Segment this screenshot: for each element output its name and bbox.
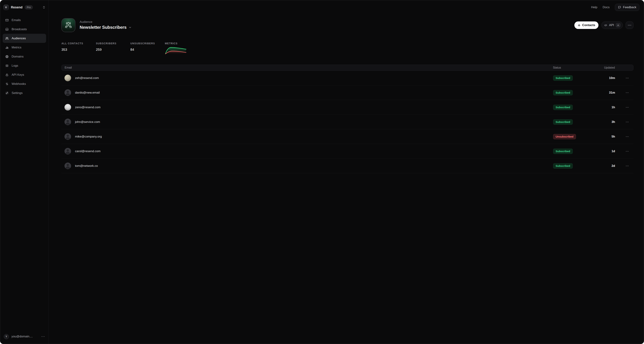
table-row[interactable]: tom@network.co Subscribed 2d [62, 158, 322, 172]
brand-name: Resend [11, 6, 22, 9]
stat-label: SUBSCRIBERS [96, 42, 130, 45]
audience-icon [62, 18, 75, 32]
contact-email: danilo@new.email [75, 91, 100, 94]
resend-logo-icon: R [4, 5, 9, 10]
arrows-up-down-icon [5, 82, 9, 86]
sidebar-item-label: Metrics [12, 46, 22, 49]
sidebar-nav: Emails Broadcasts Audiences Metrics Doma… [0, 10, 48, 98]
sidebar-item-label: Logs [12, 64, 18, 68]
contact-avatar [64, 89, 71, 96]
content: Audience Newsletter Subscribers Contacts… [49, 18, 322, 172]
contact-email: zeh@resend.com [75, 76, 99, 80]
stat-label: METRICS [165, 42, 187, 45]
contact-email: mike@company.org [75, 135, 102, 138]
table-header: Email Status Updated [62, 65, 322, 71]
mail-icon [5, 18, 9, 22]
page-title: Newsletter Subscribers [80, 25, 126, 30]
table-row[interactable]: zeno@resend.com Subscribed 1h [62, 100, 322, 115]
bar-chart-icon [5, 46, 9, 49]
stat-label: UNSUBSCRIBERS [130, 42, 165, 45]
sidebar-item-label: Emails [12, 18, 21, 22]
sidebar: R Resend Pro Emails Broadcasts Audiences… [0, 0, 49, 172]
app-window: R Resend Pro Emails Broadcasts Audiences… [0, 0, 322, 172]
sidebar-item-webhooks[interactable]: Webhooks [3, 79, 46, 88]
table-row[interactable]: danilo@new.email Subscribed 31m [62, 85, 322, 100]
sidebar-item-label: Broadcasts [12, 28, 27, 31]
sliders-icon [5, 91, 9, 95]
sidebar-item-domains[interactable]: Domains [3, 52, 46, 61]
sidebar-item-logs[interactable]: Logs [3, 61, 46, 70]
page-titles: Audience Newsletter Subscribers [80, 18, 132, 30]
contact-email: zeno@resend.com [75, 106, 100, 109]
stat-label: ALL CONTACTS [62, 42, 96, 45]
sidebar-item-label: Domains [12, 55, 24, 58]
contact-email: carol@resend.com [75, 150, 100, 153]
plan-badge: Pro [25, 5, 33, 10]
table-row[interactable]: mike@company.org Unsubscribed 5h [62, 129, 322, 144]
contact-avatar [64, 148, 71, 154]
sidebar-item-broadcasts[interactable]: Broadcasts [3, 25, 46, 34]
contacts-table: Email Status Updated zeh@resend.com Subs… [62, 65, 322, 172]
contact-avatar [64, 104, 71, 110]
contact-email: john@service.com [75, 120, 100, 124]
sidebar-item-audiences[interactable]: Audiences [3, 34, 46, 43]
stat-unsubscribers: UNSUBSCRIBERS 84 [130, 42, 165, 54]
sidebar-item-label: Settings [12, 91, 22, 95]
contact-avatar [64, 162, 71, 169]
sidebar-item-emails[interactable]: Emails [3, 16, 46, 25]
chevron-up-down-icon[interactable] [42, 6, 45, 9]
table-row[interactable]: zeh@resend.com Subscribed 10m [62, 71, 322, 85]
sidebar-item-label: Audiences [12, 36, 26, 40]
table-row[interactable]: john@service.com Subscribed 3h [62, 115, 322, 129]
users-icon [5, 36, 9, 40]
stat-value: 84 [130, 48, 165, 52]
inbox-icon [5, 28, 9, 31]
stat-all-contacts: ALL CONTACTS 353 [62, 42, 96, 54]
users-group-icon [64, 21, 72, 29]
page-header: Audience Newsletter Subscribers Contacts… [62, 18, 322, 32]
sidebar-item-label: Webhooks [12, 82, 26, 86]
page-eyebrow: Audience [80, 20, 132, 24]
chevron-down-icon[interactable] [128, 26, 132, 29]
lock-icon [5, 73, 9, 76]
metrics-sparkline [165, 46, 187, 54]
contact-avatar [64, 118, 71, 125]
contact-avatar [64, 75, 71, 81]
main-area: Help Docs Feedback [49, 0, 322, 172]
stat-subscribers: SUBSCRIBERS 259 [96, 42, 130, 54]
globe-icon [5, 55, 9, 58]
stats-row: ALL CONTACTS 353 SUBSCRIBERS 259 UNSUBSC… [62, 42, 322, 54]
contact-avatar [64, 133, 71, 140]
workspace-switcher[interactable]: R Resend Pro [0, 0, 48, 10]
sidebar-item-settings[interactable]: Settings [3, 88, 46, 98]
stat-value: 353 [62, 48, 96, 52]
stat-value: 259 [96, 48, 130, 52]
contact-email: tom@network.co [75, 164, 98, 168]
column-header-email: Email [62, 66, 322, 69]
rows-icon [5, 64, 9, 68]
sidebar-item-label: API Keys [12, 73, 24, 76]
sidebar-item-metrics[interactable]: Metrics [3, 43, 46, 52]
table-row[interactable]: carol@resend.com Subscribed 1d [62, 144, 322, 158]
stat-metrics: METRICS [165, 42, 187, 54]
sidebar-item-api-keys[interactable]: API Keys [3, 70, 46, 79]
